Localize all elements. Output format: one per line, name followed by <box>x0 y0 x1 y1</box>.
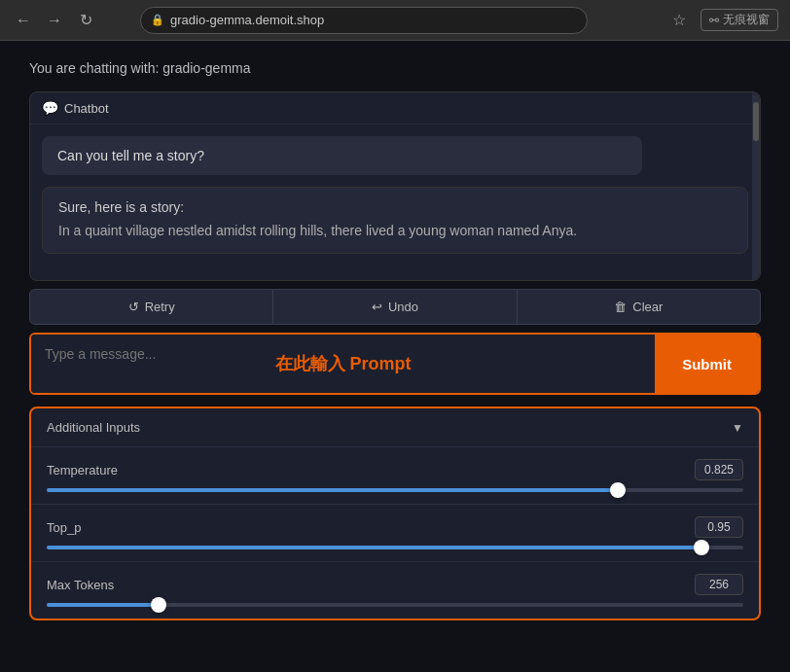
top-p-header: Top_p 0.95 <box>47 516 743 538</box>
scrollbar[interactable] <box>752 92 760 280</box>
top-p-fill <box>47 546 701 549</box>
retry-icon: ↺ <box>128 300 139 314</box>
top-p-track <box>47 546 743 549</box>
scroll-thumb <box>753 102 759 141</box>
additional-inputs-label: Additional Inputs <box>47 420 140 435</box>
temperature-label: Temperature <box>47 463 118 477</box>
undo-icon: ↩ <box>372 300 382 314</box>
page-title: You are chatting with: gradio-gemma <box>29 60 761 76</box>
clear-icon: 🗑 <box>614 300 627 314</box>
temperature-section: Temperature 0.825 <box>31 447 759 505</box>
message-input[interactable] <box>31 335 655 393</box>
chat-icon: 💬 <box>42 100 58 116</box>
additional-inputs-container: Additional Inputs ▼ Temperature 0.825 To… <box>29 407 761 620</box>
temperature-header: Temperature 0.825 <box>47 459 743 480</box>
lock-icon: 🔒 <box>151 14 164 26</box>
max-tokens-section: Max Tokens 256 <box>31 562 759 619</box>
top-p-thumb[interactable] <box>694 540 709 555</box>
clear-button[interactable]: 🗑 Clear <box>518 289 761 325</box>
chat-messages[interactable]: Can you tell me a story? Sure, here is a… <box>30 124 760 280</box>
user-message: Can you tell me a story? <box>42 136 642 175</box>
assistant-message: Sure, here is a story: In a quaint villa… <box>42 187 748 254</box>
temperature-thumb[interactable] <box>610 482 626 498</box>
action-buttons: ↺ Retry ↩ Undo 🗑 Clear <box>29 289 761 325</box>
private-icon: ⚯ <box>709 14 719 27</box>
private-mode-badge[interactable]: ⚯ 无痕视窗 <box>700 9 778 31</box>
undo-button[interactable]: ↩ Undo <box>273 289 517 325</box>
max-tokens-value: 256 <box>695 574 743 595</box>
input-area: 在此輸入 Prompt Submit <box>29 333 761 395</box>
max-tokens-header: Max Tokens 256 <box>47 574 743 595</box>
top-p-section: Top_p 0.95 <box>31 505 759 562</box>
max-tokens-track <box>47 603 743 607</box>
top-p-value: 0.95 <box>695 516 743 538</box>
browser-actions: ☆ ⚯ 无痕视窗 <box>665 7 778 34</box>
page-content: You are chatting with: gradio-gemma 💬 Ch… <box>0 41 790 672</box>
chatbot-header: 💬 Chatbot <box>30 92 760 124</box>
retry-button[interactable]: ↺ Retry <box>29 289 273 325</box>
temperature-fill <box>47 488 618 492</box>
chatbot-container: 💬 Chatbot Can you tell me a story? Sure,… <box>29 91 761 281</box>
max-tokens-thumb[interactable] <box>151 597 166 613</box>
submit-button[interactable]: Submit <box>655 335 759 393</box>
temperature-track <box>47 488 743 492</box>
temperature-value: 0.825 <box>695 459 743 480</box>
back-button[interactable]: ← <box>12 9 35 32</box>
private-label: 无痕视窗 <box>723 12 770 28</box>
top-p-label: Top_p <box>47 520 81 535</box>
max-tokens-fill <box>47 603 159 607</box>
max-tokens-label: Max Tokens <box>47 578 114 592</box>
clear-label: Clear <box>632 300 663 314</box>
assistant-title: Sure, here is a story: <box>58 199 732 215</box>
bookmark-button[interactable]: ☆ <box>665 7 693 34</box>
chatbot-label: Chatbot <box>64 101 109 116</box>
additional-inputs-header[interactable]: Additional Inputs ▼ <box>31 408 759 447</box>
browser-chrome: ← → ↻ 🔒 gradio-gemma.demoit.shop ☆ ⚯ 无痕视… <box>0 0 790 41</box>
forward-button[interactable]: → <box>43 9 66 32</box>
undo-label: Undo <box>388 300 418 314</box>
reload-button[interactable]: ↻ <box>74 9 97 32</box>
assistant-body: In a quaint village nestled amidst rolli… <box>58 221 732 241</box>
retry-label: Retry <box>145 300 175 314</box>
chevron-down-icon: ▼ <box>732 421 743 435</box>
address-bar[interactable]: 🔒 gradio-gemma.demoit.shop <box>140 7 588 34</box>
url-text: gradio-gemma.demoit.shop <box>170 13 324 27</box>
input-wrapper: 在此輸入 Prompt <box>31 335 655 393</box>
